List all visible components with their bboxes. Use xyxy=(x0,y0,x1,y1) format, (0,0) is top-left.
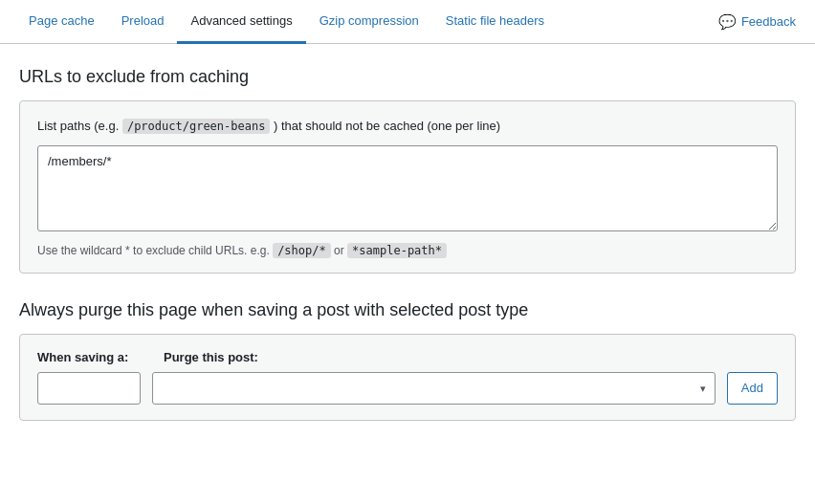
wildcard-note-before: Use the wildcard * to exclude child URLs… xyxy=(37,244,270,257)
exclude-desc-before: List paths (e.g. xyxy=(37,119,119,133)
purge-this-post-label: Purge this post: xyxy=(164,350,778,364)
wildcard-note: Use the wildcard * to exclude child URLs… xyxy=(37,244,778,257)
tab-preload[interactable]: Preload xyxy=(108,0,178,44)
tabs-bar: Page cache Preload Advanced settings Gzi… xyxy=(0,0,815,44)
exclude-description: List paths (e.g. /product/green-beans ) … xyxy=(37,117,778,136)
exclude-section-title: URLs to exclude from caching xyxy=(19,67,796,87)
wildcard-note-or: or xyxy=(334,244,344,257)
purge-section-box: When saving a: Purge this post: ▾ Add xyxy=(19,334,796,421)
exclude-textarea[interactable] xyxy=(37,145,778,231)
wildcard-code1: /shop/* xyxy=(273,243,331,258)
purge-row: ▾ Add xyxy=(37,372,778,405)
tab-advanced-settings[interactable]: Advanced settings xyxy=(177,0,305,44)
tab-page-cache[interactable]: Page cache xyxy=(15,0,108,44)
wildcard-code2: *sample-path* xyxy=(347,243,447,258)
feedback-label: Feedback xyxy=(741,14,796,29)
purge-select-wrapper: ▾ xyxy=(152,372,716,405)
tab-gzip-compression[interactable]: Gzip compression xyxy=(306,0,432,44)
feedback-icon: 💬 xyxy=(718,13,737,31)
purge-headers: When saving a: Purge this post: xyxy=(37,350,778,364)
page-content: URLs to exclude from caching List paths … xyxy=(0,44,815,444)
feedback-button[interactable]: 💬 Feedback xyxy=(715,6,800,38)
when-saving-label: When saving a: xyxy=(37,350,152,364)
when-saving-input[interactable] xyxy=(37,372,141,405)
purge-this-post-select[interactable] xyxy=(152,372,716,405)
exclude-section-box: List paths (e.g. /product/green-beans ) … xyxy=(19,100,796,274)
purge-section-title: Always purge this page when saving a pos… xyxy=(19,300,796,320)
add-button[interactable]: Add xyxy=(727,372,778,405)
exclude-desc-code: /product/green-beans xyxy=(122,119,271,134)
exclude-desc-after: ) that should not be cached (one per lin… xyxy=(274,119,500,133)
tab-static-file-headers[interactable]: Static file headers xyxy=(432,0,558,44)
